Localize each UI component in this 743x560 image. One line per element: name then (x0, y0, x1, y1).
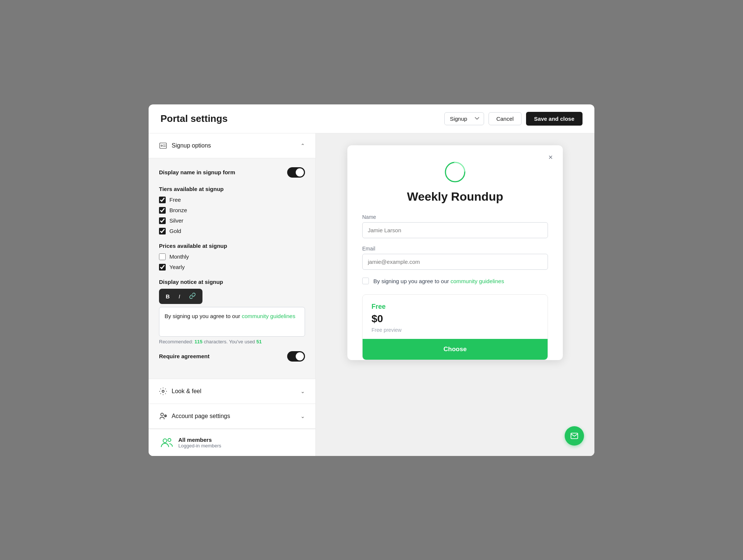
prices-section: Prices available at signup Monthly Yearl… (159, 243, 305, 271)
svg-point-1 (161, 145, 163, 146)
name-input[interactable] (362, 222, 548, 238)
look-feel-section[interactable]: Look & feel ⌄ (149, 379, 315, 404)
chevron-up-icon: ⌃ (301, 143, 305, 149)
account-page-icon (159, 412, 167, 420)
header: Portal settings Signup Account Cancel Sa… (149, 104, 594, 133)
tier-free-row: Free (159, 197, 305, 203)
signup-options-title: Signup options (159, 142, 211, 150)
require-agreement-toggle[interactable] (287, 351, 305, 362)
body-layout: Signup options ⌃ Display name in signup … (149, 133, 594, 456)
email-icon (570, 432, 578, 440)
preview-panel: × Weekly Roundup Name Email (316, 133, 594, 456)
publication-logo (443, 160, 467, 184)
modal-card: × Weekly Roundup Name Email (347, 145, 563, 360)
name-field: Name (362, 214, 548, 238)
svg-point-7 (163, 439, 167, 443)
tier-gold-row: Gold (159, 228, 305, 234)
save-close-button[interactable]: Save and close (526, 112, 583, 126)
price-monthly-checkbox[interactable] (159, 253, 166, 260)
tier-bronze-row: Bronze (159, 207, 305, 214)
tier-free-checkbox[interactable] (159, 197, 166, 203)
agreement-row: By signing up you agree to our community… (362, 277, 548, 286)
svg-rect-0 (160, 143, 166, 148)
signup-icon (159, 142, 167, 150)
agreement-checkbox[interactable] (362, 278, 369, 284)
char-hint: Recommended: 115 characters. You've used… (159, 339, 305, 344)
look-feel-chevron: ⌄ (301, 388, 305, 394)
italic-button[interactable]: I (176, 292, 182, 301)
email-input[interactable] (362, 254, 548, 270)
tier-silver-checkbox[interactable] (159, 217, 166, 224)
page-title: Portal settings (160, 113, 228, 124)
svg-point-4 (162, 390, 164, 392)
tier-gold-checkbox[interactable] (159, 228, 166, 234)
tier-bronze-checkbox[interactable] (159, 207, 166, 214)
price-yearly-row: Yearly (159, 264, 305, 271)
svg-point-8 (168, 438, 171, 441)
price-yearly-checkbox[interactable] (159, 264, 166, 271)
account-page-section[interactable]: Account page settings ⌄ (149, 404, 315, 429)
all-members-icon (159, 435, 174, 450)
modal-close-button[interactable]: × (545, 152, 556, 163)
format-toolbar: B I (159, 289, 202, 304)
account-page-chevron: ⌄ (301, 413, 305, 419)
notice-section: Display notice at signup B I (159, 279, 305, 344)
price-monthly-row: Monthly (159, 253, 305, 260)
bold-button[interactable]: B (163, 292, 172, 301)
display-name-row: Display name in signup form (159, 167, 305, 178)
view-dropdown[interactable]: Signup Account (444, 112, 484, 125)
link-icon (189, 292, 196, 299)
choose-button[interactable]: Choose (363, 339, 548, 360)
tier-card: Free $0 Free preview Choose (362, 294, 548, 360)
email-field: Email (362, 246, 548, 270)
look-feel-icon (159, 387, 167, 395)
modal-logo (362, 160, 548, 184)
modal-title: Weekly Roundup (362, 190, 548, 204)
bottom-bar: All members Logged-in members (149, 429, 315, 456)
header-actions: Signup Account Cancel Save and close (444, 112, 583, 126)
link-button[interactable] (187, 292, 198, 301)
display-name-toggle[interactable] (287, 167, 305, 178)
svg-point-5 (161, 413, 163, 415)
fab-button[interactable] (565, 426, 584, 446)
notice-textarea[interactable]: By signing up you agree to our community… (159, 307, 305, 337)
signup-options-content: Display name in signup form Tiers availa… (149, 158, 315, 379)
require-agreement-row: Require agreement (159, 351, 305, 362)
tiers-section: Tiers available at signup Free Bronze Si… (159, 186, 305, 234)
cancel-button[interactable]: Cancel (489, 112, 522, 125)
tier-silver-row: Silver (159, 217, 305, 224)
sidebar: Signup options ⌃ Display name in signup … (149, 133, 316, 456)
signup-options-section-header[interactable]: Signup options ⌃ (149, 133, 315, 158)
